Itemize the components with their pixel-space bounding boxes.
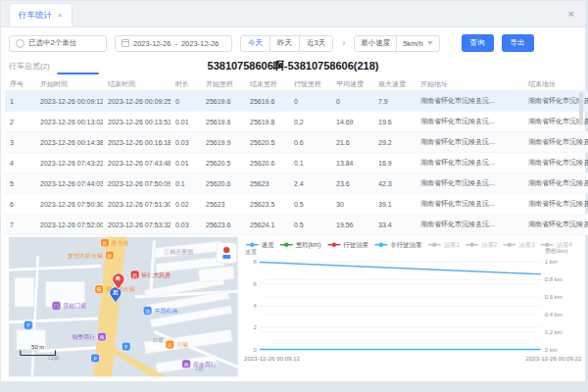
column-header: 时长	[171, 77, 201, 91]
svg-text:0.2 km: 0.2 km	[544, 329, 562, 335]
unit-select-value: 已选中2个单位	[28, 38, 76, 48]
table-cell: 7	[5, 215, 35, 235]
quick-range-today[interactable]: 今天	[240, 35, 270, 52]
table-cell: 25620.5	[201, 153, 245, 173]
table-cell: 0.1	[289, 153, 331, 173]
date-start: 2023-12-26	[133, 39, 171, 48]
query-button[interactable]: 查询	[462, 34, 494, 52]
table-row[interactable]: 32023-12-26 00:14:382023-12-26 00:16:180…	[5, 132, 588, 153]
map-poi-marker[interactable]: 鱼鱼当道	[101, 238, 129, 247]
svg-text:梦想大虾火锅: 梦想大虾火锅	[68, 252, 103, 260]
table-cell: 19.56	[331, 215, 373, 235]
table-cell: 2.4	[289, 173, 331, 194]
trip-statistics-app: 行车统计 × × 已选中2个单位 2023-12-26 - 2023-12-26…	[0, 0, 588, 392]
svg-text:油量2: 油量2	[481, 241, 498, 249]
table-cell: 25619.9	[201, 132, 245, 153]
table-cell: 0	[289, 91, 331, 112]
table-body: 12023-12-26 00:09:122023-12-26 00:09:250…	[5, 91, 588, 235]
column-header: 结束里程	[245, 77, 289, 91]
table-row[interactable]: 12023-12-26 00:09:122023-12-26 00:09:250…	[5, 91, 588, 112]
map-poi-marker[interactable]: P	[91, 354, 100, 363]
table-cell: 25623.5	[245, 194, 289, 215]
table-cell: 湖南省怀化市沅陵县沅...	[416, 153, 523, 173]
table-cell: 0.03	[171, 215, 201, 235]
table-cell: 30	[331, 194, 373, 215]
column-header: 行驶里程	[289, 77, 331, 91]
window-close-icon[interactable]: ×	[568, 8, 574, 20]
table-cell: 2023-12-26 00:14:38	[35, 132, 103, 153]
map-building	[15, 277, 34, 307]
table-row[interactable]: 62023-12-26 07:50:302023-12-26 07:51:300…	[5, 194, 588, 215]
legend-item[interactable]: 里程(km)	[279, 241, 320, 249]
main-panel: 行车统计 × × 已选中2个单位 2023-12-26 - 2023-12-26…	[0, 0, 586, 382]
svg-text:油: 油	[144, 308, 150, 315]
export-button[interactable]: 导出	[502, 34, 534, 52]
quick-range-last3days[interactable]: 近3天	[299, 35, 333, 52]
min-speed-select[interactable]: 5km/h	[397, 36, 438, 51]
table-header: 序号开始时间结束时间时长开始里程结束里程行驶里程平均速度最大速度开始地址结束地址	[5, 77, 588, 91]
svg-text:油量1: 油量1	[443, 241, 460, 249]
table-cell: 湖南省怀化市沅陵县沅...	[523, 194, 588, 215]
map-poi-marker[interactable]: 油中国石油	[143, 307, 177, 316]
unit-select[interactable]: 已选中2个单位	[9, 35, 107, 52]
map-poi-marker[interactable]: 虾梦想大虾火锅	[68, 251, 114, 260]
map-poi-marker[interactable]: P	[24, 320, 32, 329]
more-ranges-chevron-icon[interactable]: ›	[342, 38, 345, 48]
table-cell: 湖南省怀化市沅陵县沅...	[416, 112, 523, 132]
table-cell: 湖南省怀化市沅陵县沅...	[523, 132, 588, 153]
table-cell: 2023-12-26 07:52:00	[35, 215, 103, 235]
table-cell: 2023-12-26 00:09:25	[103, 91, 171, 112]
quick-range-yesterday[interactable]: 昨天	[270, 35, 300, 52]
column-header: 开始里程	[201, 77, 245, 91]
table-cell: 25623	[245, 173, 289, 194]
table-cell: 0.6	[289, 132, 331, 153]
svg-text:2023-12-26 00:09:22: 2023-12-26 00:09:22	[525, 355, 581, 362]
column-header: 序号	[5, 77, 35, 91]
trip-chart: 速度里程(km)行驶油量非行驶油量油量1油量2油量3油量4864201 km0.…	[244, 236, 581, 385]
svg-text:行驶油量: 行驶油量	[343, 241, 368, 249]
filter-bar: 已选中2个单位 2023-12-26 - 2023-12-26 今天 昨天 近3…	[1, 27, 585, 56]
map-poi-marker[interactable]: 门亚材门窗	[52, 302, 86, 311]
legend-item[interactable]: 非行驶油量	[374, 241, 422, 249]
table-row[interactable]: 42023-12-26 07:43:222023-12-26 07:43:480…	[5, 153, 588, 173]
table-cell: 0	[331, 91, 373, 112]
table-cell: 2023-12-26 07:53:32	[103, 215, 171, 235]
table-cell: 21.6	[331, 132, 373, 153]
table-scrollbar[interactable]	[579, 92, 583, 125]
svg-text:油量3: 油量3	[518, 241, 535, 249]
legend-item[interactable]: 油量2	[466, 241, 498, 249]
legend-item[interactable]: 油量1	[427, 241, 460, 249]
table-row[interactable]: 22023-12-26 00:13:022023-12-26 00:13:510…	[5, 112, 588, 132]
table-cell: 2023-12-26 07:43:48	[103, 153, 171, 173]
tab-trip-statistics[interactable]: 行车统计 ×	[9, 3, 73, 26]
table-cell: 4	[5, 153, 35, 173]
map-control-button[interactable]	[217, 243, 237, 264]
svg-text:0 km: 0 km	[544, 347, 557, 353]
svg-text:2023-12-26 00:09:12: 2023-12-26 00:09:12	[244, 355, 300, 362]
table-row[interactable]: 52023-12-26 07:44:032023-12-26 07:50:090…	[5, 173, 588, 194]
svg-text:怀仁大药房: 怀仁大药房	[141, 271, 172, 278]
table-cell: 2023-12-26 00:09:12	[35, 91, 103, 112]
table-cell: 7.9	[373, 91, 416, 112]
tab-close-icon[interactable]: ×	[58, 11, 63, 20]
svg-text:6: 6	[253, 281, 257, 287]
legend-item[interactable]: 行驶油量	[327, 241, 368, 249]
table-cell: 39.1	[373, 194, 416, 215]
map-poi-marker[interactable]: 商顺季商行	[72, 332, 106, 341]
map-poi-marker[interactable]: 药怀仁大药房	[130, 270, 171, 279]
column-header: 结束地址	[523, 77, 588, 91]
date-range-picker[interactable]: 2023-12-26 - 2023-12-26	[115, 35, 232, 52]
map-poi-marker[interactable]: 川川菜	[166, 340, 188, 349]
map-poi-marker[interactable]: P	[122, 342, 130, 351]
table-row[interactable]: 72023-12-26 07:52:002023-12-26 07:53:320…	[5, 215, 588, 235]
svg-text:0.8 km: 0.8 km	[544, 276, 562, 282]
table-cell: 0.1	[171, 173, 201, 194]
table-cell: 2	[5, 112, 35, 132]
map-canvas[interactable]: 鱼鱼当道虾梦想大虾火锅江枫语景园药怀仁大药房柴柴火鸡火锅门亚材门窗油中国石油P商…	[9, 236, 238, 377]
svg-text:50 m: 50 m	[31, 344, 44, 350]
svg-text:商: 商	[184, 362, 189, 368]
tab-bar: 行车统计 × ×	[1, 1, 585, 27]
legend-item[interactable]: 油量3	[503, 241, 535, 249]
bottom-section: 鱼鱼当道虾梦想大虾火锅江枫语景园药怀仁大药房柴柴火鸡火锅门亚材门窗油中国石油P商…	[1, 235, 585, 385]
column-header: 结束时间	[103, 77, 171, 91]
